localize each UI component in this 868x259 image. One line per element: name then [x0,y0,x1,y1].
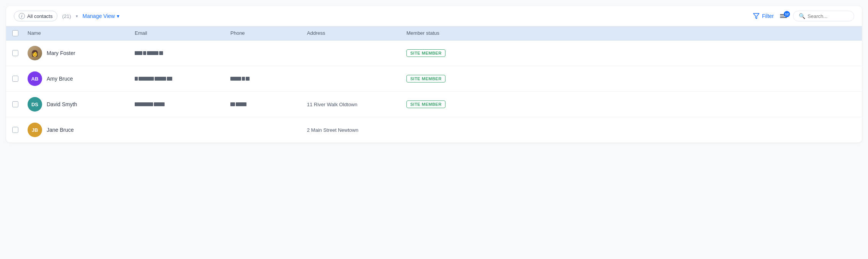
row-status-col: SITE MEMBER [403,49,480,57]
avatar: AB [28,71,42,86]
header-name: Name [24,30,132,36]
row-email-col [132,76,227,82]
filter-label: Filter [762,13,774,19]
manage-view-label: Manage View [83,13,115,19]
chevron-down-icon: ▾ [76,14,78,19]
row-name-col: AB Amy Bruce [24,71,132,86]
svg-marker-0 [753,13,759,19]
header-phone: Phone [227,30,304,36]
status-badge: SITE MEMBER [406,75,445,83]
contacts-container: i All contacts (21) ▾ Manage View ▾ Filt… [6,6,862,142]
table-row: AB Amy Bruce SITE MEMBER [6,66,862,92]
header-member-status: Member status [403,30,480,36]
row-address-col: 11 River Walk Oldtown [304,102,403,107]
contact-name: David Smyth [47,101,77,107]
table-header: Name Email Phone Address Member status [6,26,862,40]
table-row: 👩 Mary Foster SITE MEMBER [6,40,862,66]
all-contacts-label: All contacts [27,13,52,19]
contacts-count: (21) [62,13,71,19]
redacted-phone [230,77,250,81]
status-badge: SITE MEMBER [406,100,445,108]
row-email-col [132,102,227,107]
manage-view-button[interactable]: Manage View ▾ [83,13,120,19]
redacted-email [135,51,163,55]
redacted-phone [230,102,246,106]
row-checkbox-col [6,50,24,56]
row-checkbox[interactable] [12,101,18,107]
table-row: DS David Smyth 11 River Walk Oldtown SIT… [6,92,862,117]
header-checkbox-col [6,30,24,36]
avatar: DS [28,97,42,112]
search-box: 🔍 [793,11,854,21]
contact-name: Mary Foster [47,50,75,56]
avatar: JB [28,123,42,137]
select-all-checkbox[interactable] [12,30,18,36]
table-row: JB Jane Bruce 2 Main Street Newtown [6,117,862,142]
filter-button[interactable]: Filter [753,13,774,19]
header-email: Email [132,30,227,36]
row-checkbox-col [6,101,24,107]
row-checkbox[interactable] [12,76,18,82]
avatar: 👩 [28,46,42,60]
search-icon: 🔍 [799,13,805,19]
filter-icon [753,13,760,19]
row-checkbox-col [6,127,24,133]
row-address-col: 2 Main Street Newtown [304,127,403,133]
columns-badge: 12 [784,11,790,17]
row-checkbox[interactable] [12,50,18,56]
info-icon: i [19,13,25,19]
row-checkbox[interactable] [12,127,18,133]
toolbar: i All contacts (21) ▾ Manage View ▾ Filt… [6,6,862,26]
row-phone-col [227,76,304,82]
status-badge: SITE MEMBER [406,49,445,57]
all-contacts-button[interactable]: i All contacts [14,11,57,21]
redacted-email [135,77,172,81]
chevron-down-icon: ▾ [117,13,119,19]
row-name-col: JB Jane Bruce [24,123,132,137]
row-checkbox-col [6,76,24,82]
redacted-email [135,102,165,106]
header-address: Address [304,30,403,36]
row-email-col [132,50,227,56]
contact-name: Jane Bruce [47,127,74,133]
row-status-col: SITE MEMBER [403,75,480,83]
row-name-col: DS David Smyth [24,97,132,112]
search-input[interactable] [808,13,846,19]
columns-button[interactable]: 12 [778,13,788,19]
row-phone-col [227,102,304,107]
row-name-col: 👩 Mary Foster [24,46,132,60]
row-status-col: SITE MEMBER [403,100,480,108]
contact-name: Amy Bruce [47,76,73,82]
